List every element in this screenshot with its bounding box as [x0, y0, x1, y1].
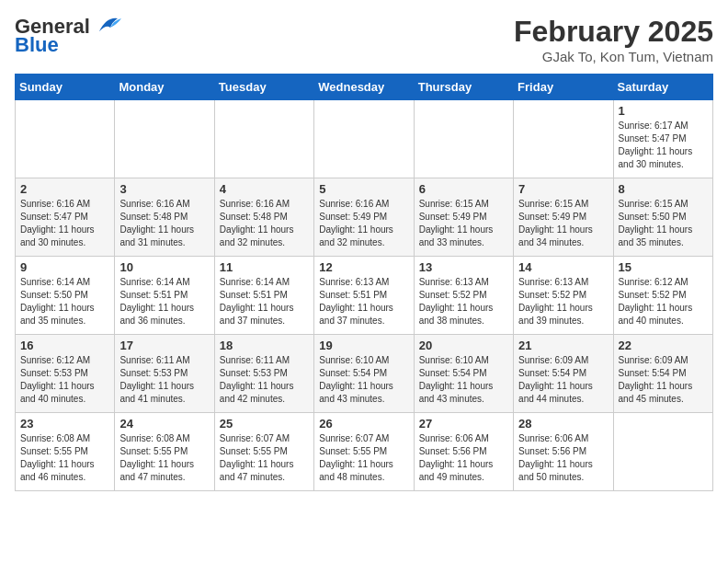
calendar-cell: 15Sunrise: 6:12 AM Sunset: 5:52 PM Dayli…: [613, 257, 712, 335]
day-number: 5: [319, 182, 408, 196]
calendar-cell: 1Sunrise: 6:17 AM Sunset: 5:47 PM Daylig…: [613, 100, 712, 178]
day-number: 20: [419, 339, 508, 352]
calendar-cell: 27Sunrise: 6:06 AM Sunset: 5:56 PM Dayli…: [414, 413, 513, 491]
day-number: 12: [319, 260, 408, 274]
logo-blue: Blue: [15, 33, 59, 57]
day-number: 9: [20, 260, 109, 274]
day-info: Sunrise: 6:16 AM Sunset: 5:47 PM Dayligh…: [20, 198, 109, 249]
day-info: Sunrise: 6:06 AM Sunset: 5:56 PM Dayligh…: [518, 432, 608, 484]
column-header-monday: Monday: [115, 75, 214, 100]
calendar-cell: 2Sunrise: 6:16 AM Sunset: 5:47 PM Daylig…: [16, 178, 115, 257]
day-info: Sunrise: 6:07 AM Sunset: 5:55 PM Dayligh…: [319, 432, 408, 484]
day-info: Sunrise: 6:16 AM Sunset: 5:49 PM Dayligh…: [319, 198, 408, 249]
calendar-cell: 3Sunrise: 6:16 AM Sunset: 5:48 PM Daylig…: [115, 178, 214, 257]
calendar-cell: 25Sunrise: 6:07 AM Sunset: 5:55 PM Dayli…: [214, 413, 313, 491]
calendar-week-row: 23Sunrise: 6:08 AM Sunset: 5:55 PM Dayli…: [16, 413, 713, 491]
column-header-wednesday: Wednesday: [314, 75, 414, 100]
day-number: 28: [518, 417, 608, 431]
day-info: Sunrise: 6:16 AM Sunset: 5:48 PM Dayligh…: [220, 198, 309, 249]
calendar-cell: 18Sunrise: 6:11 AM Sunset: 5:53 PM Dayli…: [214, 335, 313, 413]
month-title: February 2025: [514, 15, 713, 49]
day-number: 19: [319, 339, 408, 352]
calendar-cell: 10Sunrise: 6:14 AM Sunset: 5:51 PM Dayli…: [115, 257, 214, 335]
calendar-cell: [613, 413, 712, 491]
day-number: 25: [220, 417, 309, 431]
calendar-cell: 8Sunrise: 6:15 AM Sunset: 5:50 PM Daylig…: [613, 178, 712, 257]
page-header: General Blue February 2025 GJak To, Kon …: [15, 15, 713, 64]
day-number: 27: [419, 417, 508, 431]
calendar-cell: 4Sunrise: 6:16 AM Sunset: 5:48 PM Daylig…: [214, 178, 313, 257]
day-info: Sunrise: 6:16 AM Sunset: 5:48 PM Dayligh…: [119, 198, 209, 249]
day-info: Sunrise: 6:12 AM Sunset: 5:52 PM Dayligh…: [619, 276, 708, 327]
day-number: 11: [220, 260, 309, 274]
day-info: Sunrise: 6:09 AM Sunset: 5:54 PM Dayligh…: [619, 354, 708, 406]
day-info: Sunrise: 6:06 AM Sunset: 5:56 PM Dayligh…: [419, 432, 508, 484]
day-number: 10: [119, 260, 209, 274]
day-info: Sunrise: 6:15 AM Sunset: 5:49 PM Dayligh…: [419, 198, 508, 249]
calendar-cell: 21Sunrise: 6:09 AM Sunset: 5:54 PM Dayli…: [514, 335, 613, 413]
calendar-cell: 20Sunrise: 6:10 AM Sunset: 5:54 PM Dayli…: [414, 335, 513, 413]
day-number: 4: [220, 182, 309, 196]
calendar-cell: 24Sunrise: 6:08 AM Sunset: 5:55 PM Dayli…: [115, 413, 214, 491]
day-info: Sunrise: 6:11 AM Sunset: 5:53 PM Dayligh…: [119, 354, 209, 406]
column-header-tuesday: Tuesday: [214, 75, 313, 100]
day-number: 1: [619, 104, 708, 118]
column-header-friday: Friday: [514, 75, 613, 100]
day-info: Sunrise: 6:15 AM Sunset: 5:49 PM Dayligh…: [518, 198, 608, 249]
day-info: Sunrise: 6:08 AM Sunset: 5:55 PM Dayligh…: [20, 432, 109, 484]
column-header-saturday: Saturday: [613, 75, 712, 100]
day-number: 22: [619, 339, 708, 352]
column-header-sunday: Sunday: [16, 75, 115, 100]
day-info: Sunrise: 6:14 AM Sunset: 5:51 PM Dayligh…: [220, 276, 309, 327]
calendar-cell: [514, 100, 613, 178]
calendar-cell: 28Sunrise: 6:06 AM Sunset: 5:56 PM Dayli…: [514, 413, 613, 491]
day-info: Sunrise: 6:10 AM Sunset: 5:54 PM Dayligh…: [419, 354, 508, 406]
day-number: 18: [220, 339, 309, 352]
calendar-cell: [115, 100, 214, 178]
calendar-cell: 9Sunrise: 6:14 AM Sunset: 5:50 PM Daylig…: [16, 257, 115, 335]
day-number: 7: [518, 182, 608, 196]
calendar-cell: 14Sunrise: 6:13 AM Sunset: 5:52 PM Dayli…: [514, 257, 613, 335]
day-number: 17: [119, 339, 209, 352]
day-info: Sunrise: 6:11 AM Sunset: 5:53 PM Dayligh…: [220, 354, 309, 406]
day-number: 8: [619, 182, 708, 196]
day-number: 21: [518, 339, 608, 352]
location: GJak To, Kon Tum, Vietnam: [514, 49, 713, 64]
calendar-week-row: 9Sunrise: 6:14 AM Sunset: 5:50 PM Daylig…: [16, 257, 713, 335]
calendar-cell: [314, 100, 414, 178]
calendar-cell: 26Sunrise: 6:07 AM Sunset: 5:55 PM Dayli…: [314, 413, 414, 491]
calendar-table: SundayMondayTuesdayWednesdayThursdayFrid…: [15, 74, 713, 491]
calendar-cell: 6Sunrise: 6:15 AM Sunset: 5:49 PM Daylig…: [414, 178, 513, 257]
day-number: 6: [419, 182, 508, 196]
calendar-cell: [16, 100, 115, 178]
day-info: Sunrise: 6:14 AM Sunset: 5:51 PM Dayligh…: [119, 276, 209, 327]
logo: General Blue: [15, 15, 121, 57]
calendar-cell: 17Sunrise: 6:11 AM Sunset: 5:53 PM Dayli…: [115, 335, 214, 413]
calendar-cell: 5Sunrise: 6:16 AM Sunset: 5:49 PM Daylig…: [314, 178, 414, 257]
calendar-week-row: 2Sunrise: 6:16 AM Sunset: 5:47 PM Daylig…: [16, 178, 713, 257]
column-header-thursday: Thursday: [414, 75, 513, 100]
calendar-cell: [414, 100, 513, 178]
day-info: Sunrise: 6:12 AM Sunset: 5:53 PM Dayligh…: [20, 354, 109, 406]
day-number: 13: [419, 260, 508, 274]
day-info: Sunrise: 6:15 AM Sunset: 5:50 PM Dayligh…: [619, 198, 708, 249]
day-number: 2: [20, 182, 109, 196]
day-info: Sunrise: 6:17 AM Sunset: 5:47 PM Dayligh…: [619, 120, 708, 171]
calendar-cell: 22Sunrise: 6:09 AM Sunset: 5:54 PM Dayli…: [613, 335, 712, 413]
day-number: 3: [119, 182, 209, 196]
day-info: Sunrise: 6:07 AM Sunset: 5:55 PM Dayligh…: [220, 432, 309, 484]
day-number: 24: [119, 417, 209, 431]
calendar-week-row: 16Sunrise: 6:12 AM Sunset: 5:53 PM Dayli…: [16, 335, 713, 413]
day-info: Sunrise: 6:13 AM Sunset: 5:52 PM Dayligh…: [419, 276, 508, 327]
day-info: Sunrise: 6:09 AM Sunset: 5:54 PM Dayligh…: [518, 354, 608, 406]
day-info: Sunrise: 6:14 AM Sunset: 5:50 PM Dayligh…: [20, 276, 109, 327]
calendar-cell: 13Sunrise: 6:13 AM Sunset: 5:52 PM Dayli…: [414, 257, 513, 335]
day-number: 14: [518, 260, 608, 274]
day-info: Sunrise: 6:08 AM Sunset: 5:55 PM Dayligh…: [119, 432, 209, 484]
calendar-cell: 16Sunrise: 6:12 AM Sunset: 5:53 PM Dayli…: [16, 335, 115, 413]
day-number: 26: [319, 417, 408, 431]
calendar-header-row: SundayMondayTuesdayWednesdayThursdayFrid…: [16, 75, 713, 100]
calendar-cell: [214, 100, 313, 178]
calendar-cell: 12Sunrise: 6:13 AM Sunset: 5:51 PM Dayli…: [314, 257, 414, 335]
calendar-cell: 23Sunrise: 6:08 AM Sunset: 5:55 PM Dayli…: [16, 413, 115, 491]
